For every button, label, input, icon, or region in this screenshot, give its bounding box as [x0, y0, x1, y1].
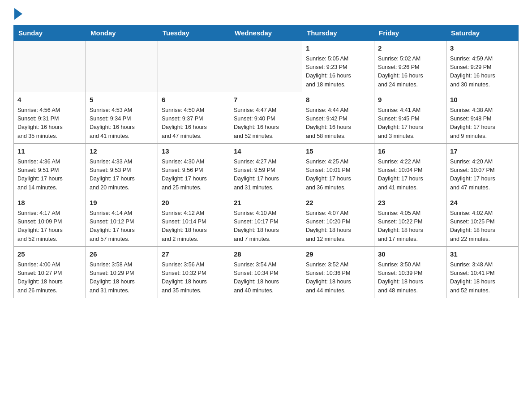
calendar-cell: 21Sunrise: 4:10 AM Sunset: 10:17 PM Dayl… — [230, 195, 302, 247]
day-number: 6 — [162, 95, 226, 105]
day-number: 7 — [234, 95, 298, 105]
calendar-cell: 17Sunrise: 4:20 AM Sunset: 10:07 PM Dayl… — [446, 144, 519, 195]
calendar-cell: 15Sunrise: 4:25 AM Sunset: 10:01 PM Dayl… — [302, 144, 374, 195]
day-info: Sunrise: 4:47 AM Sunset: 9:40 PM Dayligh… — [234, 106, 298, 141]
calendar-cell: 22Sunrise: 4:07 AM Sunset: 10:20 PM Dayl… — [302, 195, 374, 247]
day-number: 11 — [17, 146, 82, 157]
day-info: Sunrise: 4:33 AM Sunset: 9:53 PM Dayligh… — [90, 158, 154, 193]
calendar-cell: 25Sunrise: 4:00 AM Sunset: 10:27 PM Dayl… — [14, 247, 86, 298]
day-number: 8 — [306, 95, 370, 105]
calendar-week-row: 25Sunrise: 4:00 AM Sunset: 10:27 PM Dayl… — [14, 247, 519, 298]
calendar-header-wednesday: Wednesday — [230, 26, 302, 41]
day-info: Sunrise: 4:00 AM Sunset: 10:27 PM Daylig… — [17, 261, 82, 295]
day-info: Sunrise: 3:56 AM Sunset: 10:32 PM Daylig… — [162, 261, 226, 295]
day-info: Sunrise: 5:02 AM Sunset: 9:26 PM Dayligh… — [378, 55, 442, 90]
day-info: Sunrise: 4:07 AM Sunset: 10:20 PM Daylig… — [306, 209, 370, 244]
calendar-cell: 16Sunrise: 4:22 AM Sunset: 10:04 PM Dayl… — [374, 144, 446, 195]
calendar-cell: 9Sunrise: 4:41 AM Sunset: 9:45 PM Daylig… — [374, 92, 446, 144]
calendar-cell: 27Sunrise: 3:56 AM Sunset: 10:32 PM Dayl… — [158, 247, 230, 298]
calendar-cell — [230, 41, 302, 92]
calendar-week-row: 18Sunrise: 4:17 AM Sunset: 10:09 PM Dayl… — [14, 195, 519, 247]
calendar-cell: 23Sunrise: 4:05 AM Sunset: 10:22 PM Dayl… — [374, 195, 446, 247]
calendar-cell: 31Sunrise: 3:48 AM Sunset: 10:41 PM Dayl… — [446, 247, 519, 298]
calendar-cell: 24Sunrise: 4:02 AM Sunset: 10:25 PM Dayl… — [446, 195, 519, 247]
day-number: 22 — [306, 198, 370, 208]
day-number: 20 — [162, 198, 226, 208]
day-number: 31 — [450, 249, 515, 260]
calendar-week-row: 1Sunrise: 5:05 AM Sunset: 9:23 PM Daylig… — [14, 41, 519, 92]
day-info: Sunrise: 4:25 AM Sunset: 10:01 PM Daylig… — [306, 158, 370, 193]
day-number: 16 — [378, 146, 442, 157]
day-info: Sunrise: 3:50 AM Sunset: 10:39 PM Daylig… — [378, 261, 442, 295]
day-info: Sunrise: 3:52 AM Sunset: 10:36 PM Daylig… — [306, 261, 370, 295]
calendar-cell: 30Sunrise: 3:50 AM Sunset: 10:39 PM Dayl… — [374, 247, 446, 298]
day-info: Sunrise: 4:10 AM Sunset: 10:17 PM Daylig… — [234, 209, 298, 244]
calendar-cell: 10Sunrise: 4:38 AM Sunset: 9:48 PM Dayli… — [446, 92, 519, 144]
day-info: Sunrise: 3:54 AM Sunset: 10:34 PM Daylig… — [234, 261, 298, 295]
calendar-header-thursday: Thursday — [302, 26, 374, 41]
day-number: 19 — [90, 198, 154, 208]
day-number: 21 — [234, 198, 298, 208]
calendar-cell: 19Sunrise: 4:14 AM Sunset: 10:12 PM Dayl… — [86, 195, 158, 247]
calendar-week-row: 4Sunrise: 4:56 AM Sunset: 9:31 PM Daylig… — [14, 92, 519, 144]
day-number: 30 — [378, 249, 442, 260]
calendar-table: SundayMondayTuesdayWednesdayThursdayFrid… — [13, 25, 519, 298]
day-number: 18 — [17, 198, 82, 208]
day-number: 5 — [90, 95, 154, 105]
day-info: Sunrise: 5:05 AM Sunset: 9:23 PM Dayligh… — [306, 55, 370, 90]
day-info: Sunrise: 4:30 AM Sunset: 9:56 PM Dayligh… — [162, 158, 226, 193]
day-number: 24 — [450, 198, 515, 208]
day-info: Sunrise: 4:56 AM Sunset: 9:31 PM Dayligh… — [17, 106, 82, 141]
day-info: Sunrise: 4:41 AM Sunset: 9:45 PM Dayligh… — [378, 106, 442, 141]
day-info: Sunrise: 4:50 AM Sunset: 9:37 PM Dayligh… — [162, 106, 226, 141]
calendar-week-row: 11Sunrise: 4:36 AM Sunset: 9:51 PM Dayli… — [14, 144, 519, 195]
calendar-cell: 26Sunrise: 3:58 AM Sunset: 10:29 PM Dayl… — [86, 247, 158, 298]
calendar-cell: 13Sunrise: 4:30 AM Sunset: 9:56 PM Dayli… — [158, 144, 230, 195]
calendar-cell: 14Sunrise: 4:27 AM Sunset: 9:59 PM Dayli… — [230, 144, 302, 195]
day-number: 13 — [162, 146, 226, 157]
calendar-cell: 29Sunrise: 3:52 AM Sunset: 10:36 PM Dayl… — [302, 247, 374, 298]
calendar-cell: 8Sunrise: 4:44 AM Sunset: 9:42 PM Daylig… — [302, 92, 374, 144]
calendar-cell: 2Sunrise: 5:02 AM Sunset: 9:26 PM Daylig… — [374, 41, 446, 92]
day-info: Sunrise: 4:20 AM Sunset: 10:07 PM Daylig… — [450, 158, 515, 193]
calendar-cell: 28Sunrise: 3:54 AM Sunset: 10:34 PM Dayl… — [230, 247, 302, 298]
calendar-cell: 4Sunrise: 4:56 AM Sunset: 9:31 PM Daylig… — [14, 92, 86, 144]
day-number: 25 — [17, 249, 82, 260]
day-number: 9 — [378, 95, 442, 105]
calendar-cell — [14, 41, 86, 92]
day-info: Sunrise: 4:05 AM Sunset: 10:22 PM Daylig… — [378, 209, 442, 244]
day-number: 29 — [306, 249, 370, 260]
day-info: Sunrise: 4:53 AM Sunset: 9:34 PM Dayligh… — [90, 106, 154, 141]
page-header — [13, 9, 519, 21]
calendar-cell: 18Sunrise: 4:17 AM Sunset: 10:09 PM Dayl… — [14, 195, 86, 247]
day-number: 26 — [90, 249, 154, 260]
day-number: 23 — [378, 198, 442, 208]
day-info: Sunrise: 4:59 AM Sunset: 9:29 PM Dayligh… — [450, 55, 515, 90]
day-number: 10 — [450, 95, 515, 105]
calendar-cell — [158, 41, 230, 92]
calendar-cell — [86, 41, 158, 92]
day-info: Sunrise: 4:17 AM Sunset: 10:09 PM Daylig… — [17, 209, 82, 244]
calendar-header-saturday: Saturday — [446, 26, 519, 41]
calendar-cell: 12Sunrise: 4:33 AM Sunset: 9:53 PM Dayli… — [86, 144, 158, 195]
day-info: Sunrise: 3:48 AM Sunset: 10:41 PM Daylig… — [450, 261, 515, 295]
day-info: Sunrise: 3:58 AM Sunset: 10:29 PM Daylig… — [90, 261, 154, 295]
day-number: 3 — [450, 43, 515, 54]
calendar-cell: 11Sunrise: 4:36 AM Sunset: 9:51 PM Dayli… — [14, 144, 86, 195]
calendar-cell: 1Sunrise: 5:05 AM Sunset: 9:23 PM Daylig… — [302, 41, 374, 92]
day-number: 12 — [90, 146, 154, 157]
calendar-cell: 7Sunrise: 4:47 AM Sunset: 9:40 PM Daylig… — [230, 92, 302, 144]
day-number: 2 — [378, 43, 442, 54]
day-info: Sunrise: 4:14 AM Sunset: 10:12 PM Daylig… — [90, 209, 154, 244]
day-number: 17 — [450, 146, 515, 157]
calendar-cell: 6Sunrise: 4:50 AM Sunset: 9:37 PM Daylig… — [158, 92, 230, 144]
day-info: Sunrise: 4:12 AM Sunset: 10:14 PM Daylig… — [162, 209, 226, 244]
logo — [13, 9, 22, 21]
calendar-header-sunday: Sunday — [14, 26, 86, 41]
day-info: Sunrise: 4:02 AM Sunset: 10:25 PM Daylig… — [450, 209, 515, 244]
day-number: 4 — [17, 95, 82, 105]
day-info: Sunrise: 4:38 AM Sunset: 9:48 PM Dayligh… — [450, 106, 515, 141]
day-number: 1 — [306, 43, 370, 54]
day-number: 27 — [162, 249, 226, 260]
calendar-header-monday: Monday — [86, 26, 158, 41]
